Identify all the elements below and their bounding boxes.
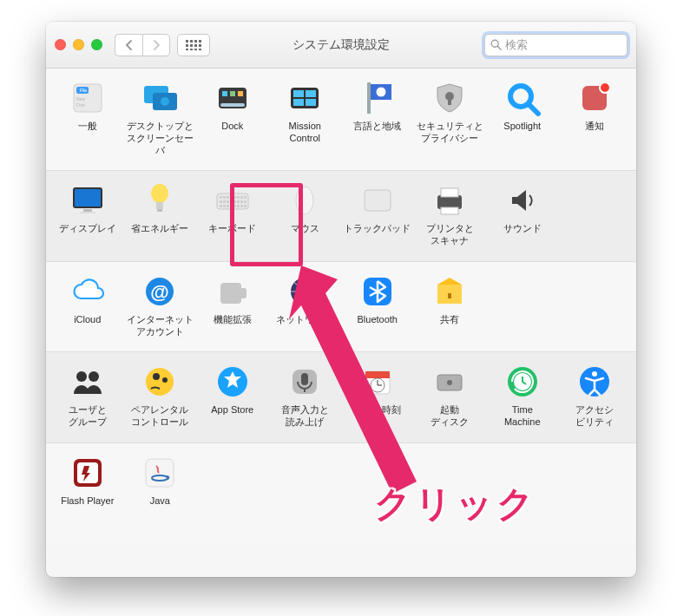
pref-label: 言語と地域 bbox=[353, 121, 401, 133]
minimize-button[interactable] bbox=[73, 39, 84, 50]
svg-point-86 bbox=[89, 371, 99, 382]
svg-rect-5 bbox=[190, 44, 193, 47]
pref-extensions[interactable]: 機能拡張 bbox=[196, 272, 269, 338]
pref-dock[interactable]: Dock bbox=[196, 79, 269, 156]
svg-rect-11 bbox=[199, 49, 201, 50]
svg-rect-94 bbox=[365, 371, 390, 378]
pref-flash[interactable]: Flash Player bbox=[51, 454, 124, 508]
svg-point-87 bbox=[146, 368, 174, 396]
svg-rect-61 bbox=[233, 200, 236, 203]
close-button[interactable] bbox=[55, 39, 66, 50]
svg-text:New: New bbox=[76, 96, 85, 102]
svg-point-89 bbox=[162, 377, 168, 383]
svg-rect-7 bbox=[199, 44, 201, 47]
java-icon bbox=[141, 454, 179, 492]
pref-label: マウス bbox=[291, 223, 319, 235]
pref-bluetooth[interactable]: Bluetooth bbox=[341, 272, 414, 338]
svg-rect-0 bbox=[186, 40, 188, 43]
pref-label: ユーザと グループ bbox=[69, 404, 107, 429]
pref-trackpad[interactable]: トラックパッド bbox=[341, 181, 414, 247]
pref-startup[interactable]: 起動 ディスク bbox=[414, 363, 487, 429]
pref-general[interactable]: FileNewOne一般 bbox=[51, 79, 124, 156]
pref-label: セキュリティと プライバシー bbox=[417, 121, 483, 145]
search-icon bbox=[490, 39, 502, 50]
svg-point-85 bbox=[76, 371, 87, 382]
svg-rect-56 bbox=[244, 196, 246, 199]
sound-icon bbox=[503, 181, 542, 220]
svg-rect-47 bbox=[157, 209, 162, 212]
pref-datetime[interactable]: 日付と時刻 bbox=[341, 363, 414, 429]
svg-rect-69 bbox=[233, 205, 236, 207]
pref-label: Bluetooth bbox=[358, 314, 398, 326]
pref-label: 通知 bbox=[585, 121, 604, 133]
svg-rect-36 bbox=[448, 98, 451, 105]
pref-displays[interactable]: ディスプレイ bbox=[51, 181, 124, 247]
pref-printers[interactable]: プリンタと スキャナ bbox=[414, 181, 487, 247]
pref-mouse[interactable]: マウス bbox=[269, 181, 342, 247]
pref-desktop[interactable]: デスクトップと スクリーンセーバ bbox=[124, 79, 197, 156]
pref-sharing[interactable]: 共有 bbox=[414, 272, 487, 338]
search-field[interactable]: 検索 bbox=[484, 34, 628, 56]
pref-energy[interactable]: 省エネルギー bbox=[124, 181, 197, 247]
svg-point-45 bbox=[151, 184, 168, 203]
desktop-icon bbox=[141, 79, 179, 117]
startup-icon bbox=[431, 363, 469, 401]
svg-rect-58 bbox=[223, 200, 226, 203]
pref-icloud[interactable]: iCloud bbox=[51, 272, 124, 338]
svg-rect-74 bbox=[365, 190, 391, 211]
svg-rect-62 bbox=[237, 200, 240, 203]
svg-rect-63 bbox=[240, 200, 243, 203]
pref-parental[interactable]: ペアレンタル コントロール bbox=[124, 363, 197, 429]
energy-icon bbox=[141, 181, 179, 220]
pref-label: サウンド bbox=[503, 223, 542, 235]
pref-keyboard[interactable]: キーボード bbox=[196, 181, 269, 247]
pref-label: ペアレンタル コントロール bbox=[131, 404, 188, 429]
pref-label: App Store bbox=[211, 404, 253, 416]
pref-java[interactable]: Java bbox=[124, 454, 197, 508]
pref-users[interactable]: ユーザと グループ bbox=[51, 363, 124, 429]
dictation-icon bbox=[286, 363, 324, 401]
pref-language[interactable]: 言語と地域 bbox=[341, 79, 414, 156]
prefs-row: ユーザと グループペアレンタル コントロールApp Store音声入力と 読み上… bbox=[46, 351, 636, 442]
pref-spotlight[interactable]: Spotlight bbox=[486, 79, 559, 156]
svg-rect-71 bbox=[240, 205, 243, 207]
prefs-row: ディスプレイ省エネルギーキーボードマウストラックパッドプリンタと スキャナサウン… bbox=[46, 170, 636, 261]
pref-label: 共有 bbox=[440, 314, 459, 326]
mission-icon bbox=[286, 79, 324, 117]
pref-security[interactable]: セキュリティと プライバシー bbox=[414, 79, 487, 156]
pref-label: ネットワーク bbox=[276, 314, 333, 326]
pref-appstore[interactable]: App Store bbox=[196, 363, 269, 429]
pref-notifications[interactable]: 通知 bbox=[559, 79, 632, 156]
forward-button[interactable] bbox=[142, 34, 170, 56]
search-placeholder: 検索 bbox=[505, 37, 528, 53]
pref-dictation[interactable]: 音声入力と 読み上げ bbox=[269, 363, 342, 429]
svg-rect-76 bbox=[441, 188, 458, 197]
timemachine-icon bbox=[503, 363, 542, 401]
pref-accessibility[interactable]: アクセシ ビリティ bbox=[559, 363, 632, 429]
svg-rect-59 bbox=[227, 200, 229, 203]
svg-rect-44 bbox=[80, 212, 95, 213]
appstore-icon bbox=[214, 363, 252, 401]
back-button[interactable] bbox=[115, 34, 142, 56]
svg-point-88 bbox=[153, 373, 160, 380]
svg-rect-25 bbox=[238, 91, 243, 96]
trackpad-icon bbox=[358, 181, 397, 220]
svg-point-99 bbox=[447, 380, 452, 385]
pref-sound[interactable]: サウンド bbox=[486, 181, 559, 247]
svg-rect-50 bbox=[223, 196, 226, 199]
pref-network[interactable]: ネットワーク bbox=[269, 272, 342, 338]
svg-rect-6 bbox=[194, 44, 197, 47]
security-icon bbox=[431, 79, 469, 117]
displays-icon bbox=[69, 181, 107, 220]
svg-rect-52 bbox=[230, 196, 233, 199]
pref-timemachine[interactable]: Time Machine bbox=[486, 363, 559, 429]
svg-rect-54 bbox=[237, 196, 240, 199]
svg-rect-106 bbox=[146, 459, 174, 487]
show-all-button[interactable] bbox=[177, 34, 210, 56]
pref-label: キーボード bbox=[208, 223, 256, 235]
pref-mission[interactable]: Mission Control bbox=[269, 79, 342, 156]
zoom-button[interactable] bbox=[91, 39, 102, 50]
svg-rect-31 bbox=[306, 99, 316, 106]
svg-rect-41 bbox=[74, 188, 102, 207]
pref-internet[interactable]: @インターネット アカウント bbox=[124, 272, 197, 338]
